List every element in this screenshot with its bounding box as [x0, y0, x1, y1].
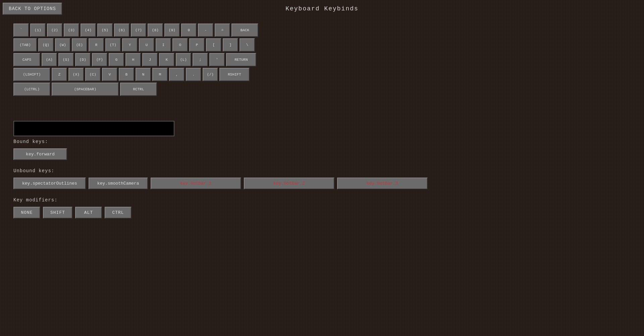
key-backspace[interactable]: BACK — [231, 23, 258, 37]
keyboard-row-2: (TAB) (Q) (W) (E) R (T) Y U I O P [ ] \ — [13, 38, 258, 52]
key-7[interactable]: (7) — [131, 23, 146, 37]
content-area: Bound keys: key.forward Unbound keys: ke… — [13, 121, 631, 219]
unbound-keys-row: key.spectatorOutlines key.smoothCamera k… — [13, 178, 631, 189]
key-slash[interactable]: (/) — [203, 68, 218, 81]
key-b[interactable]: B — [119, 68, 134, 81]
key-i[interactable]: I — [156, 38, 171, 52]
bound-keys-label: Bound keys: — [13, 139, 631, 144]
key-8[interactable]: (8) — [148, 23, 163, 37]
unbound-key-smooth-camera[interactable]: key.smoothCamera — [89, 178, 148, 189]
key-c[interactable]: (C) — [85, 68, 101, 81]
key-rshift[interactable]: RSHIFT — [219, 68, 250, 81]
key-quote[interactable]: ' — [209, 53, 225, 66]
key-y[interactable]: Y — [122, 38, 138, 52]
key-s[interactable]: (S) — [58, 53, 74, 66]
unbound-key-hotbar-2[interactable]: key.hotbar.2 — [244, 178, 334, 189]
keyboard-row-3: CAPS (A) (S) (D) (F) G H J K (L) ; ' RET… — [13, 53, 258, 66]
key-x[interactable]: (X) — [68, 68, 84, 81]
page-title: Keyboard Keybinds — [0, 0, 644, 12]
key-4[interactable]: (4) — [80, 23, 96, 37]
unbound-key-hotbar-3[interactable]: key.hotbar.3 — [337, 178, 428, 189]
key-9[interactable]: (9) — [164, 23, 180, 37]
modifier-shift[interactable]: SHIFT — [43, 207, 72, 219]
unbound-key-hotbar-1[interactable]: key.hotbar.1 — [151, 178, 241, 189]
key-backslash[interactable]: \ — [239, 38, 255, 52]
keyboard-row-1: ` (1) (2) (3) (4) (5) (6) (7) (8) (9) 0 … — [13, 23, 258, 37]
modifier-ctrl[interactable]: CTRL — [105, 207, 131, 219]
key-q[interactable]: (Q) — [38, 38, 54, 52]
key-f[interactable]: (F) — [92, 53, 107, 66]
key-lbracket[interactable]: [ — [206, 38, 221, 52]
key-p[interactable]: P — [189, 38, 205, 52]
key-v[interactable]: V — [102, 68, 117, 81]
modifier-none[interactable]: NONE — [13, 207, 40, 219]
key-1[interactable]: (1) — [30, 23, 46, 37]
modifier-alt[interactable]: ALT — [75, 207, 102, 219]
key-5[interactable]: (5) — [97, 23, 113, 37]
key-lshift[interactable]: (LSHIFT) — [13, 68, 50, 81]
key-comma[interactable]: , — [169, 68, 184, 81]
key-k[interactable]: K — [159, 53, 174, 66]
key-h[interactable]: H — [125, 53, 141, 66]
key-2[interactable]: (2) — [47, 23, 62, 37]
key-modifiers-label: Key modifiers: — [13, 197, 631, 203]
bound-key-forward[interactable]: key.forward — [13, 148, 67, 160]
key-tab[interactable]: (TAB) — [13, 38, 37, 52]
key-spacebar[interactable]: (SPACEBAR) — [52, 83, 119, 96]
bound-keys-row: key.forward — [13, 148, 631, 160]
key-m[interactable]: M — [152, 68, 168, 81]
key-n[interactable]: N — [136, 68, 151, 81]
key-equals[interactable]: = — [215, 23, 230, 37]
key-e[interactable]: (E) — [72, 38, 87, 52]
key-u[interactable]: U — [139, 38, 154, 52]
keyboard-row-4: (LSHIFT) Z (X) (C) V B N M , . (/) RSHIF… — [13, 68, 258, 81]
key-semicolon[interactable]: ; — [193, 53, 208, 66]
key-lctrl[interactable]: (LCTRL) — [13, 83, 50, 96]
key-period[interactable]: . — [186, 68, 201, 81]
key-caps[interactable]: CAPS — [13, 53, 40, 66]
key-a[interactable]: (A) — [42, 53, 57, 66]
key-g[interactable]: G — [109, 53, 124, 66]
key-rctrl[interactable]: RCTRL — [120, 83, 157, 96]
key-d[interactable]: (D) — [75, 53, 91, 66]
key-6[interactable]: (6) — [114, 23, 129, 37]
key-z[interactable]: Z — [52, 68, 67, 81]
back-to-options-button[interactable]: Back to options — [3, 3, 62, 15]
key-w[interactable]: (W) — [55, 38, 70, 52]
key-minus[interactable]: - — [198, 23, 213, 37]
key-input-display — [13, 121, 174, 136]
unbound-key-spectator[interactable]: key.spectatorOutlines — [13, 178, 86, 189]
key-j[interactable]: J — [142, 53, 158, 66]
modifiers-row: NONE SHIFT ALT CTRL — [13, 207, 631, 219]
key-o[interactable]: O — [172, 38, 188, 52]
unbound-keys-label: Unbound keys: — [13, 168, 631, 174]
key-rbracket[interactable]: ] — [223, 38, 238, 52]
key-return[interactable]: RETURN — [226, 53, 256, 66]
key-3[interactable]: (3) — [64, 23, 79, 37]
keyboard-row-5: (LCTRL) (SPACEBAR) RCTRL — [13, 83, 258, 96]
key-t[interactable]: (T) — [105, 38, 121, 52]
key-l[interactable]: (L) — [176, 53, 191, 66]
key-r[interactable]: R — [89, 38, 104, 52]
keyboard-layout: ` (1) (2) (3) (4) (5) (6) (7) (8) (9) 0 … — [13, 23, 258, 97]
key-backtick[interactable]: ` — [13, 23, 29, 37]
key-0[interactable]: 0 — [181, 23, 197, 37]
